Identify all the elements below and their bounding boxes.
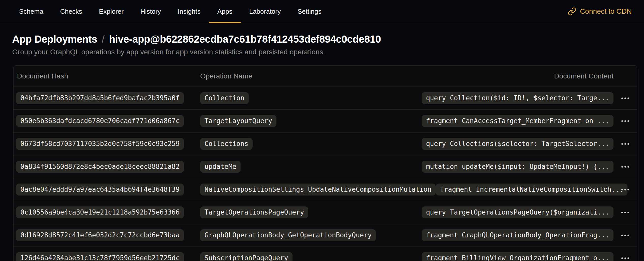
connect-to-cdn-label: Connect to CDN [580,7,632,15]
breadcrumb-app-deployments[interactable]: App Deployments [12,34,97,45]
page-header: App Deployments / hive-app@b622862ecdba7… [0,23,644,56]
meatball-menu-icon [621,120,623,122]
row-more-menu-button[interactable] [618,116,633,127]
row-more-menu-button[interactable] [618,230,633,241]
connect-to-cdn-button[interactable]: Connect to CDN [568,0,632,23]
breadcrumb-app-version: hive-app@b622862ecdba7c61b78f412453def89… [109,34,381,45]
meatball-menu-icon [621,212,623,213]
breadcrumb-separator: / [102,34,105,45]
tab-explorer[interactable]: Explorer [91,0,132,23]
table-header-row: Document Hash Operation Name Document Co… [13,66,637,87]
document-hash-badge: 0ac8e047eddd97a97eac6435a4b694f4e3648f39 [16,184,184,196]
operation-name-badge: Collection [200,92,249,104]
document-content-badge: fragment IncrementalNativeCompositionSwi… [436,184,627,196]
meatball-menu-icon [621,235,623,236]
column-header-document-content: Document Content [554,72,613,80]
deployments-table: Document Hash Operation Name Document Co… [13,65,637,261]
document-hash-badge: 126d46a4284abe31c13c78f7959d56eeb21725dc [16,252,184,261]
operation-name-badge: TargetLayoutQuery [200,115,276,127]
row-more-menu-button[interactable] [618,161,633,172]
row-more-menu-button[interactable] [618,253,633,261]
top-navigation: SchemaChecksExplorerHistoryInsightsAppsL… [0,0,644,23]
document-hash-badge: 0d16928d8572c41ef6e032d2c7c72ccbd6e73baa [16,229,184,241]
document-hash-badge: 0c10556a9be4ca30e19e21c1218a592b75e63366 [16,206,184,219]
row-more-menu-button[interactable] [618,138,633,150]
row-more-menu-button[interactable] [618,207,633,218]
meatball-menu-icon [621,257,623,259]
operation-name-badge: Collections [200,138,253,150]
tab-apps[interactable]: Apps [209,0,241,23]
document-content-badge: mutation updateMe($input: UpdateMeInput!… [422,161,613,173]
table-row: 050e5b363dafdcacd6780e706cadf771d06a867c… [13,110,637,133]
meatball-menu-icon [621,97,623,99]
breadcrumb: App Deployments / hive-app@b622862ecdba7… [12,34,632,45]
tab-insights[interactable]: Insights [169,0,209,23]
document-hash-badge: 0a834f91560d872e8c4bec0ade18ceec88821a82 [16,161,184,173]
table-row: 0ac8e047eddd97a97eac6435a4b694f4e3648f39… [13,178,637,201]
column-header-document-hash: Document Hash [13,72,200,80]
nav-tabs: SchemaChecksExplorerHistoryInsightsAppsL… [11,0,330,23]
table-row: 0673df58cd7037117035b2d0c758f59c0c93c259… [13,133,637,155]
document-content-badge: query Collections($selector: TargetSelec… [422,138,613,150]
tab-laboratory[interactable]: Laboratory [241,0,289,23]
table-row: 04bfa72dfb83b297dd8a5b6fed9bafac2b395a0f… [13,87,637,110]
row-more-menu-button[interactable] [618,184,633,195]
meatball-menu-icon [621,189,623,190]
document-content-badge: fragment GraphQLOperationBody_OperationF… [422,229,613,241]
document-content-badge: fragment BillingView_OrganizationFragmen… [422,252,613,261]
tab-settings[interactable]: Settings [289,0,330,23]
tab-checks[interactable]: Checks [52,0,91,23]
document-content-badge: query TargetOperationsPageQuery($organiz… [422,206,613,219]
meatball-menu-icon [621,143,623,145]
row-more-menu-button[interactable] [618,93,633,104]
link-icon [568,7,576,16]
operation-name-badge: SubscriptionPageQuery [200,252,292,261]
column-header-operation-name: Operation Name [200,72,252,80]
tab-history[interactable]: History [132,0,169,23]
meatball-menu-icon [621,166,623,168]
table-row: 0a834f91560d872e8c4bec0ade18ceec88821a82… [13,155,637,178]
document-content-badge: fragment CanAccessTarget_MemberFragment … [422,115,613,127]
table-row: 126d46a4284abe31c13c78f7959d56eeb21725dc… [13,247,637,261]
document-hash-badge: 050e5b363dafdcacd6780e706cadf771d06a867c [16,115,184,127]
table-body: 04bfa72dfb83b297dd8a5b6fed9bafac2b395a0f… [13,87,637,261]
operation-name-badge: updateMe [200,161,241,173]
document-hash-badge: 0673df58cd7037117035b2d0c758f59c0c93c259 [16,138,184,150]
operation-name-badge: TargetOperationsPageQuery [200,206,308,219]
tab-schema[interactable]: Schema [11,0,52,23]
document-hash-badge: 04bfa72dfb83b297dd8a5b6fed9bafac2b395a0f [16,92,184,104]
table-row: 0d16928d8572c41ef6e032d2c7c72ccbd6e73baa… [13,224,637,247]
operation-name-badge: NativeCompositionSettings_UpdateNativeCo… [200,184,436,196]
operation-name-badge: GraphQLOperationBody_GetOperationBodyQue… [200,229,376,241]
table-row: 0c10556a9be4ca30e19e21c1218a592b75e63366… [13,201,637,224]
page-subtitle: Group your GraphQL operations by app ver… [12,48,632,56]
document-content-badge: query Collection($id: ID!, $selector: Ta… [422,92,613,104]
